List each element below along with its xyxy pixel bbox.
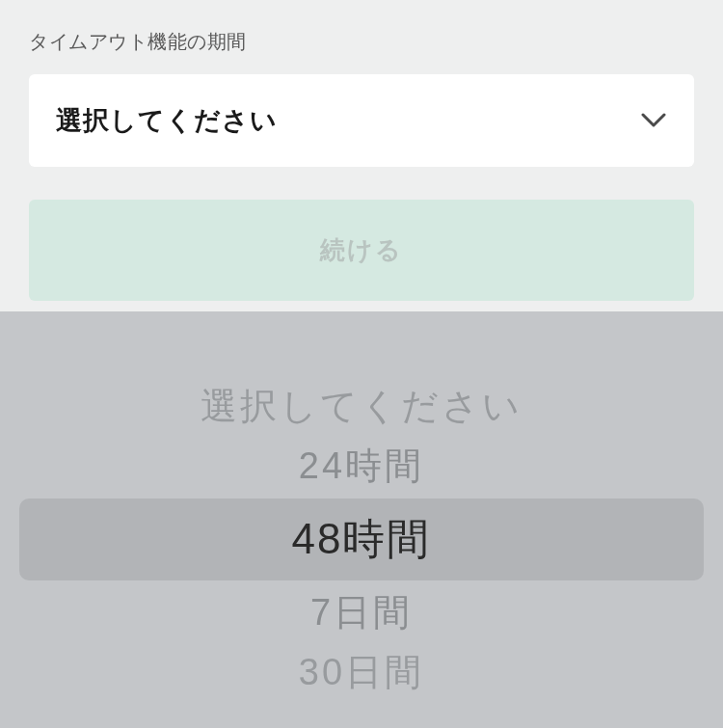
- picker-panel: 選択してください 24時間 48時間 7日間 30日間 カスタム: [0, 311, 723, 728]
- picker-option[interactable]: 24時間: [19, 437, 704, 497]
- form-section: タイムアウト機能の期間 選択してください 続ける: [0, 0, 723, 330]
- duration-select[interactable]: 選択してください: [29, 74, 694, 167]
- timeout-duration-label: タイムアウト機能の期間: [29, 29, 694, 55]
- picker-option[interactable]: 7日間: [19, 583, 704, 643]
- picker-option[interactable]: 選択してください: [19, 377, 704, 437]
- picker-option[interactable]: カスタム: [19, 702, 704, 709]
- picker-option[interactable]: 30日間: [19, 643, 704, 703]
- picker-wheel[interactable]: 選択してください 24時間 48時間 7日間 30日間 カスタム: [19, 331, 704, 709]
- chevron-down-icon: [640, 107, 667, 134]
- duration-select-text: 選択してください: [56, 103, 278, 138]
- picker-option-selected[interactable]: 48時間: [19, 499, 704, 580]
- continue-button[interactable]: 続ける: [29, 200, 694, 301]
